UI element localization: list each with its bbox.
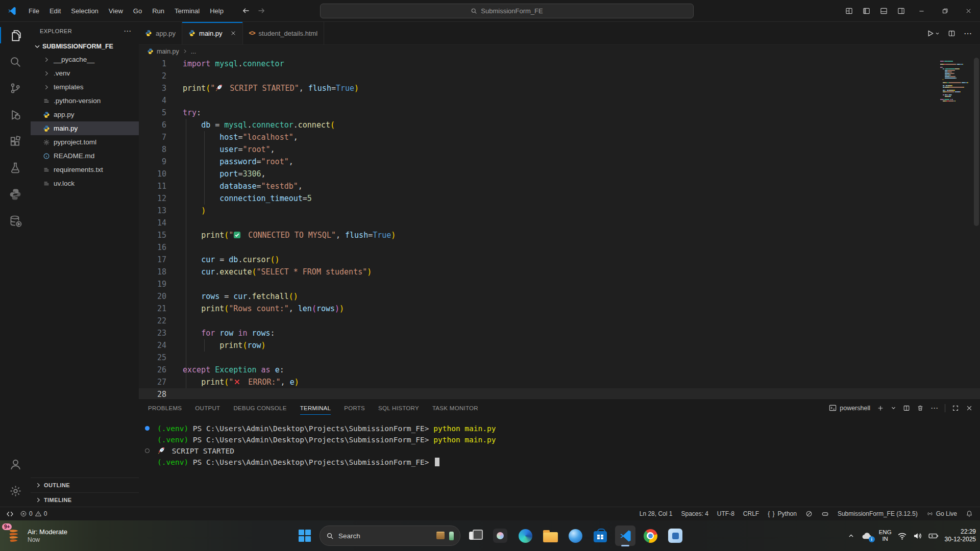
panel-tab-problems[interactable]: PROBLEMS <box>148 399 182 417</box>
explorer-item-README.md[interactable]: README.md <box>31 149 139 163</box>
code-line[interactable]: 19 <box>139 278 980 290</box>
explorer-item-.venv[interactable]: .venv <box>31 66 139 80</box>
terminal-dropdown-icon[interactable] <box>891 405 896 411</box>
breadcrumb[interactable]: main.py ... <box>139 45 980 58</box>
language-indicator[interactable]: ENG IN <box>879 529 892 542</box>
code-line[interactable]: 4 <box>139 94 980 107</box>
code-line[interactable]: 25 <box>139 352 980 364</box>
explorer-item-pyproject.toml[interactable]: pyproject.toml <box>31 135 139 149</box>
volume-icon[interactable] <box>913 531 922 541</box>
terminal-shell-selector[interactable]: powershell <box>829 404 870 412</box>
menu-item-file[interactable]: File <box>23 4 44 17</box>
explorer-item-main.py[interactable]: main.py <box>31 121 139 135</box>
code-line[interactable]: 11 database="testdb", <box>139 180 980 192</box>
code-line[interactable]: 9 password="root", <box>139 156 980 168</box>
code-line[interactable]: 24 print(row) <box>139 339 980 352</box>
file-explorer-icon[interactable] <box>540 525 560 546</box>
tray-chevron-up-icon[interactable] <box>848 533 854 539</box>
app-blue-icon[interactable] <box>665 525 685 546</box>
code-line[interactable]: 8 user="root", <box>139 143 980 156</box>
status-encoding[interactable]: UTF-8 <box>717 510 734 517</box>
terminal-output[interactable]: (.venv) PS C:\Users\Admin\Desktop\Projec… <box>139 417 980 507</box>
editor-scrollbar[interactable] <box>974 58 979 226</box>
start-button[interactable] <box>295 525 315 546</box>
edge-icon[interactable] <box>515 525 535 546</box>
forward-arrow-icon[interactable] <box>257 7 265 15</box>
close-window-button[interactable] <box>957 0 980 21</box>
section-outline[interactable]: OUTLINE <box>31 478 139 492</box>
kill-terminal-icon[interactable] <box>917 405 924 412</box>
wifi-icon[interactable] <box>897 531 907 541</box>
explorer-item-__pycache__[interactable]: __pycache__ <box>31 53 139 66</box>
status-copilot[interactable] <box>821 510 829 518</box>
status-go-live[interactable]: Go Live <box>926 510 957 517</box>
code-line[interactable]: 20 rows = cur.fetchall() <box>139 290 980 303</box>
weather-cloud-icon[interactable]: i <box>860 530 873 541</box>
copilot-app-icon[interactable] <box>490 525 510 546</box>
explorer-item-.python-version[interactable]: .python-version <box>31 94 139 108</box>
panel-tab-terminal[interactable]: TERMINAL <box>300 399 331 417</box>
editor-more-actions-icon[interactable]: ⋯ <box>964 29 972 38</box>
remote-window-icon[interactable] <box>5 510 14 518</box>
tab-main.py[interactable]: main.py <box>182 22 243 44</box>
customize-layout-icon[interactable] <box>840 7 857 15</box>
activity-search[interactable] <box>0 48 31 75</box>
microsoft-store-icon[interactable] <box>590 525 610 546</box>
code-line[interactable]: 10 port=3306, <box>139 168 980 180</box>
weather-widget[interactable]: 9+ Air: Moderate Now <box>5 527 67 544</box>
menu-item-terminal[interactable]: Terminal <box>169 4 205 17</box>
status-end-of-line[interactable]: CRLF <box>743 510 759 517</box>
toggle-panel-icon[interactable] <box>875 7 892 15</box>
code-line[interactable]: 5try: <box>139 107 980 119</box>
code-line[interactable]: 16 <box>139 241 980 254</box>
panel-more-actions-icon[interactable]: ⋯ <box>930 404 938 413</box>
problems-status[interactable]: 0 0 <box>20 510 47 517</box>
menu-item-edit[interactable]: Edit <box>44 4 66 17</box>
menu-item-go[interactable]: Go <box>128 4 147 17</box>
panel-tab-debug-console[interactable]: DEBUG CONSOLE <box>233 399 286 417</box>
panel-tab-sql-history[interactable]: SQL HISTORY <box>378 399 419 417</box>
code-line[interactable]: 28 <box>139 388 980 398</box>
toggle-primary-sidebar-icon[interactable] <box>857 7 875 15</box>
code-line[interactable]: 26except Exception as e: <box>139 364 980 376</box>
activity-accounts[interactable] <box>0 451 31 478</box>
panel-tab-task-monitor[interactable]: TASK MONITOR <box>432 399 478 417</box>
menu-item-help[interactable]: Help <box>205 4 229 17</box>
code-line[interactable]: 1import mysql.connector <box>139 58 980 70</box>
breadcrumb-file[interactable]: main.py <box>157 48 179 55</box>
tab-app.py[interactable]: app.py <box>139 22 182 44</box>
code-line[interactable]: 18 cur.execute("SELECT * FROM students") <box>139 266 980 278</box>
restore-button[interactable] <box>933 0 957 21</box>
task-view-icon[interactable] <box>465 525 485 546</box>
tab-student_details.html[interactable]: <>student_details.html <box>243 22 325 44</box>
maximize-panel-icon[interactable] <box>952 405 959 412</box>
code-line[interactable]: 12 connection_timeout=5 <box>139 192 980 205</box>
run-python-file-button[interactable] <box>926 30 940 37</box>
explorer-root-folder[interactable]: SUBMISSIONFORM_FE <box>31 40 139 53</box>
explorer-item-templates[interactable]: templates <box>31 80 139 94</box>
close-tab-icon[interactable] <box>230 30 236 36</box>
browser-blue-icon[interactable] <box>565 525 585 546</box>
explorer-item-uv.lock[interactable]: uv.lock <box>31 177 139 190</box>
panel-tab-output[interactable]: OUTPUT <box>195 399 220 417</box>
clock[interactable]: 22:29 30-12-2025 <box>945 528 976 543</box>
explorer-item-requirements.txt[interactable]: requirements.txt <box>31 163 139 177</box>
status-indentation[interactable]: Spaces: 4 <box>681 510 708 517</box>
minimap[interactable] <box>940 61 972 104</box>
terminal-line[interactable]: SCRIPT STARTED <box>157 445 980 457</box>
toggle-secondary-sidebar-icon[interactable] <box>892 7 910 15</box>
code-line[interactable]: 14 <box>139 217 980 229</box>
chrome-icon[interactable] <box>640 525 660 546</box>
vscode-icon[interactable] <box>615 525 635 546</box>
terminal-line[interactable]: (.venv) PS C:\Users\Admin\Desktop\Projec… <box>157 423 980 434</box>
close-panel-icon[interactable] <box>966 405 973 412</box>
activity-testing[interactable] <box>0 155 31 181</box>
code-line[interactable]: 22 <box>139 315 980 327</box>
activity-explorer[interactable] <box>0 22 31 48</box>
taskbar-search[interactable]: Search <box>320 525 460 546</box>
menu-item-selection[interactable]: Selection <box>66 4 103 17</box>
activity-run-and-debug[interactable] <box>0 102 31 128</box>
status-cursor-position[interactable]: Ln 28, Col 1 <box>640 510 673 517</box>
status-python-interpreter[interactable]: SubmissionForm_FE (3.12.5) <box>838 510 918 517</box>
status-notifications[interactable] <box>966 510 973 517</box>
